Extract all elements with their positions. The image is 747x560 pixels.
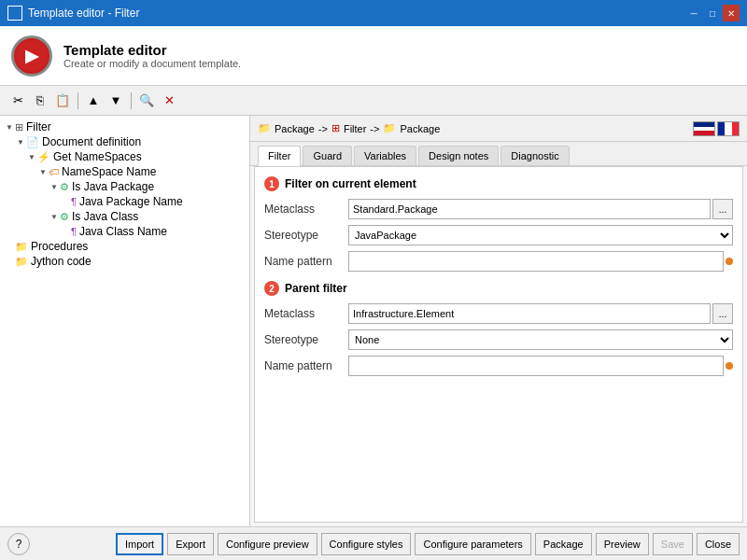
tab-design-notes[interactable]: Design notes [418,146,499,165]
section2-metaclass-dots-button[interactable]: ... [712,303,733,324]
check-icon-2: ⚙ [60,211,69,223]
breadcrumb-icon-package2: 📁 [383,122,396,134]
tree-label: Java Package Name [79,195,183,208]
section1-metaclass-dots-button[interactable]: ... [712,199,733,219]
tab-guard[interactable]: Guard [303,146,352,165]
help-button[interactable]: ? [7,533,30,555]
tree-item-jython-code[interactable]: 📁 Jython code [0,254,249,269]
tree-label: Get NameSpaces [53,150,142,163]
tree-item-filter[interactable]: ▼ ⊞ Filter [0,119,249,134]
section2-stereotype-row: Stereotype None [264,329,733,350]
tree-arrow: ▼ [4,121,15,133]
footer-left: ? [7,533,30,555]
tree-arrow [4,241,15,252]
tab-diagnostic[interactable]: Diagnostic [500,146,569,165]
tree-label: Jython code [31,255,92,268]
export-button[interactable]: Export [167,533,214,555]
header-logo: ▶ [11,35,52,77]
tree-item-get-namespaces[interactable]: ▼ ⚡ Get NameSpaces [0,149,249,164]
section2-stereotype-label: Stereotype [264,333,348,346]
toolbar-separator-2 [131,92,132,109]
minimize-button[interactable]: ─ [685,5,702,21]
section1-metaclass-label: Metaclass [264,203,348,216]
app-icon [7,6,22,21]
import-button[interactable]: Import [116,533,163,555]
ns-icon: 🏷 [49,166,59,177]
breadcrumb-package: Package [275,123,315,134]
tree-item-is-java-class[interactable]: ▼ ⚙ Is Java Class [0,209,249,224]
move-down-button[interactable]: ▼ [106,91,126,111]
tree-item-namespace-name[interactable]: ▼ 🏷 NameSpace Name [0,164,249,179]
tree-label: Is Java Class [72,210,138,223]
tab-filter[interactable]: Filter [258,146,301,166]
section2-namepattern-label: Name pattern [264,359,348,372]
section1-metaclass-input[interactable] [348,199,711,219]
tree-label: Filter [26,120,51,133]
action-icon: ⚡ [37,151,50,163]
tree-arrow [60,196,71,207]
section2-metaclass-row: Metaclass ... [264,303,733,324]
save-button[interactable]: Save [653,533,693,555]
tree-item-java-package-name[interactable]: ¶ Java Package Name [0,194,249,209]
cut-button[interactable]: ✂ [7,91,28,111]
main-layout: ▼ ⊞ Filter ▼ 📄 Document definition ▼ ⚡ G… [0,116,747,526]
section1-header: 1 Filter on current element [264,176,733,191]
configure-parameters-button[interactable]: Configure parameters [415,533,530,555]
breadcrumb-icon-package: 📁 [258,122,271,134]
section2-orange-indicator [726,362,733,370]
section1-namepattern-input[interactable] [348,251,724,272]
flag-fr[interactable] [717,121,740,136]
tree-item-java-class-name[interactable]: ¶ Java Class Name [0,224,249,239]
filter-icon: ⊞ [15,121,23,133]
tree-label: Document definition [42,135,141,148]
tree-panel: ▼ ⊞ Filter ▼ 📄 Document definition ▼ ⚡ G… [0,116,250,526]
section2-metaclass-input[interactable] [348,303,711,324]
header: ▶ Template editor Create or modify a doc… [0,26,747,86]
tab-variables[interactable]: Variables [354,146,416,165]
configure-styles-button[interactable]: Configure styles [321,533,412,555]
maximize-button[interactable]: □ [704,5,721,21]
section2-number: 2 [264,281,279,296]
tree-arrow: ▼ [37,166,49,177]
section2-title: Parent filter [285,282,347,295]
move-up-button[interactable]: ▲ [83,91,104,111]
breadcrumb: 📁 Package -> ⊞ Filter -> 📁 Package [258,122,440,134]
header-title: Template editor [63,42,241,58]
tree-arrow: ▼ [49,211,60,222]
search-button[interactable]: 🔍 [136,91,157,111]
copy-button[interactable]: ⎘ [30,91,50,111]
folder-icon: 📁 [15,241,28,253]
doc-icon: 📄 [26,136,39,148]
footer: ? Import Export Configure preview Config… [0,526,747,560]
right-panel: 📁 Package -> ⊞ Filter -> 📁 Package Filte… [250,116,747,526]
tree-item-is-java-package[interactable]: ▼ ⚙ Is Java Package [0,179,249,194]
section2-namepattern-input[interactable] [348,356,724,376]
paste-button[interactable]: 📋 [52,91,73,111]
close-button-footer[interactable]: Close [697,533,740,555]
tree-item-document-definition[interactable]: ▼ 📄 Document definition [0,134,249,149]
flag-uk[interactable] [693,121,715,136]
section2-metaclass-label: Metaclass [264,307,348,320]
breadcrumb-package2: Package [400,123,440,134]
section1-stereotype-label: Stereotype [264,229,348,242]
section1-number: 1 [264,176,279,191]
title-text: Template editor - Filter [28,7,139,20]
section1-stereotype-select[interactable]: JavaPackage [348,225,733,245]
section1-stereotype-row: Stereotype JavaPackage [264,225,733,245]
header-subtitle: Create or modify a document template. [63,58,241,69]
section2-stereotype-select[interactable]: None [348,329,733,350]
configure-preview-button[interactable]: Configure preview [218,533,317,555]
tree-label: Java Class Name [79,225,167,238]
preview-button[interactable]: Preview [596,533,649,555]
text-icon-2: ¶ [71,226,77,237]
tree-arrow [4,256,15,267]
tree-arrow [60,226,71,237]
section1-title: Filter on current element [285,177,416,190]
delete-button[interactable]: ✕ [159,91,179,111]
close-button[interactable]: ✕ [723,5,740,21]
breadcrumb-bar: 📁 Package -> ⊞ Filter -> 📁 Package [250,116,747,142]
tree-arrow: ▼ [49,181,60,192]
folder-icon-2: 📁 [15,256,28,268]
tree-item-procedures[interactable]: 📁 Procedures [0,239,249,254]
package-button[interactable]: Package [535,533,592,555]
